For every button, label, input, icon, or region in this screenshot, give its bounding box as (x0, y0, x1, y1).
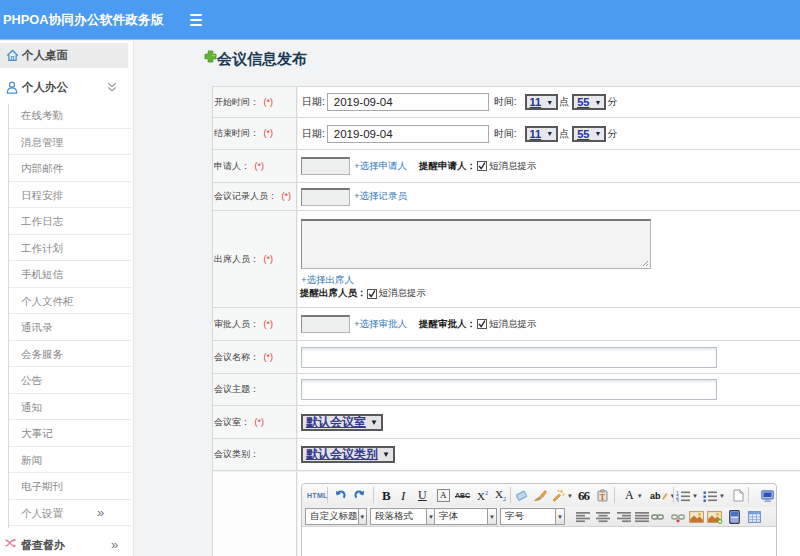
svg-text:T: T (600, 493, 606, 502)
svg-text:3: 3 (676, 497, 679, 502)
